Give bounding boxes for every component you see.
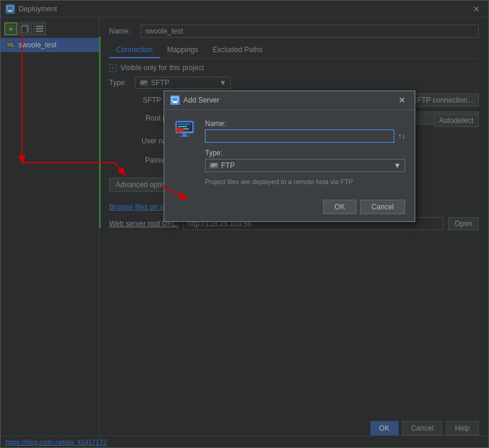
- dialog-type-field: Type: FTP ▼: [205, 149, 405, 172]
- dialog-title: Add Server: [183, 96, 392, 104]
- svg-rect-31: [211, 164, 217, 164]
- svg-rect-28: [180, 136, 189, 137]
- dialog-type-label: Type:: [205, 149, 405, 157]
- dialog-left-icon: [174, 119, 198, 185]
- dialog-close-button[interactable]: ✕: [396, 95, 409, 106]
- dialog-name-input-row: ↑↓: [205, 130, 405, 143]
- svg-rect-20: [173, 101, 177, 103]
- dialog-icon: [170, 95, 180, 105]
- dialog-body: Name: ↑↓ Type:: [164, 110, 415, 195]
- dialog-type-arrow: ▼: [394, 161, 401, 170]
- dialog-name-row: Name:: [205, 119, 405, 128]
- dialog-type-select[interactable]: FTP ▼: [205, 159, 405, 172]
- main-window: Deployment ✕ +: [0, 0, 489, 448]
- svg-rect-19: [172, 97, 178, 101]
- dialog-name-input[interactable]: [205, 130, 394, 143]
- dialog-cancel-button[interactable]: Cancel: [360, 200, 405, 214]
- svg-rect-27: [183, 133, 186, 136]
- dialog-name-label: Name:: [205, 119, 226, 128]
- dialog-ok-button[interactable]: OK: [323, 200, 356, 214]
- dialog-type-value: FTP: [221, 161, 235, 170]
- dialog-title-bar: Add Server ✕: [164, 91, 415, 110]
- dialog-footer: OK Cancel: [164, 195, 415, 221]
- svg-rect-33: [211, 166, 215, 167]
- sort-icon[interactable]: ↑↓: [398, 132, 405, 140]
- dialog-hint: Project files are deployed to a remote h…: [205, 178, 405, 185]
- svg-rect-21: [173, 103, 177, 103]
- svg-rect-24: [178, 124, 190, 125]
- add-server-dialog: Add Server ✕: [164, 91, 415, 222]
- dialog-name-field: Name: ↑↓: [205, 119, 405, 143]
- svg-rect-32: [211, 165, 217, 166]
- dialog-overlay: Add Server ✕: [1, 1, 488, 447]
- dialog-form: Name: ↑↓ Type:: [205, 119, 405, 185]
